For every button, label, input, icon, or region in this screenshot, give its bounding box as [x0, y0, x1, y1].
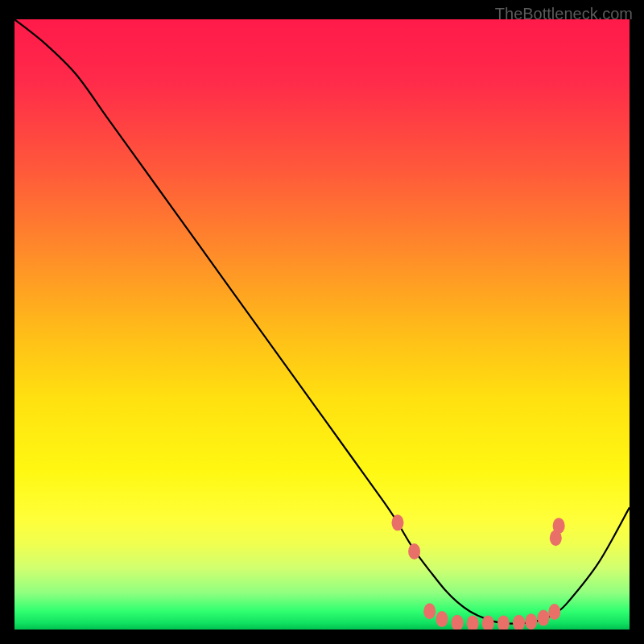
curve-marker	[497, 615, 510, 630]
plot-area	[14, 19, 630, 630]
curve-line	[14, 19, 630, 624]
curve-marker	[553, 518, 565, 534]
curve-marker	[452, 615, 464, 630]
curve-marker	[548, 604, 560, 620]
watermark-text: TheBottleneck.com	[495, 5, 633, 23]
curve-marker	[391, 514, 403, 530]
curve-marker	[408, 543, 420, 559]
curve-marker	[513, 615, 525, 630]
curve-marker	[423, 603, 436, 619]
markers-group	[391, 514, 564, 630]
curve-marker	[467, 615, 479, 630]
chart-svg	[14, 19, 630, 630]
curve-marker	[538, 610, 550, 626]
curve-marker	[436, 611, 448, 627]
curve-marker	[525, 613, 537, 630]
